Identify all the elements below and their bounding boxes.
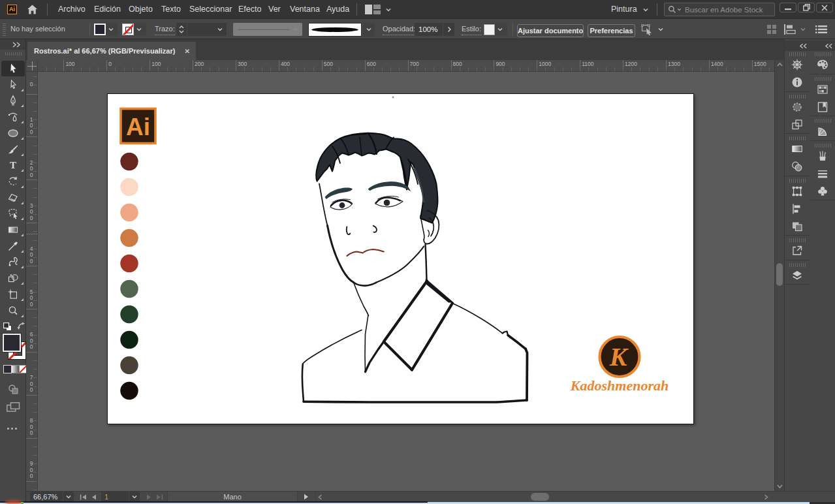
vertical-scrollbar-thumb[interactable]: [776, 263, 783, 286]
panel-group-grip[interactable]: [785, 263, 810, 267]
tool-shape-builder[interactable]: [1, 270, 25, 286]
horizontal-ruler[interactable]: 1000100200300400500600700800900100011001…: [38, 60, 774, 72]
tool-selection[interactable]: [1, 61, 25, 76]
menu-archivo[interactable]: Archivo: [58, 0, 86, 19]
menu-ver[interactable]: Ver: [268, 0, 281, 19]
panel-align[interactable]: [785, 202, 810, 216]
prev-artboard-icon[interactable]: [91, 494, 97, 500]
tool-zoom[interactable]: [1, 303, 25, 319]
menu-seleccionar[interactable]: Seleccionar: [189, 0, 232, 19]
stroke-panel-link[interactable]: Trazo:: [155, 24, 175, 35]
stepper-up-icon[interactable]: [178, 25, 185, 29]
collapse-dock-icon[interactable]: [799, 43, 808, 49]
stroke-width-stepper[interactable]: [176, 23, 187, 36]
panel-stroke[interactable]: [810, 166, 835, 181]
zoom-dropdown[interactable]: [63, 492, 74, 502]
ruler-origin-corner[interactable]: [26, 60, 38, 72]
panel-symbols[interactable]: [810, 184, 835, 198]
stroke-color-swatch[interactable]: [122, 24, 134, 35]
panel-group-grip[interactable]: [810, 52, 835, 56]
color-mode-fill[interactable]: [3, 365, 12, 373]
tool-type[interactable]: [1, 157, 25, 173]
panel-info[interactable]: [785, 75, 810, 89]
panel-group-grip[interactable]: [810, 119, 835, 123]
canvas-area[interactable]: Ai: [38, 72, 774, 491]
snap-options-icon[interactable]: [783, 24, 797, 35]
panel-export[interactable]: [785, 244, 810, 258]
tool-eraser[interactable]: [1, 190, 25, 206]
width-profile-combo[interactable]: [233, 23, 302, 36]
vertical-scrollbar[interactable]: [774, 60, 784, 491]
tool-paintbrush[interactable]: [1, 142, 25, 157]
menu-ayuda[interactable]: Ayuda: [326, 0, 349, 19]
menu-efecto[interactable]: Efecto: [238, 0, 261, 19]
panel-library[interactable]: [810, 100, 835, 114]
isolate-chevron-icon[interactable]: [657, 26, 665, 33]
panel-dashed-circle[interactable]: [785, 100, 810, 114]
close-button[interactable]: [816, 3, 833, 12]
status-menu-cell[interactable]: [297, 492, 316, 502]
vertical-ruler[interactable]: 0100200300400500600700800900: [26, 72, 38, 491]
panel-group-grip[interactable]: [785, 179, 810, 183]
controlbar-grip[interactable]: [3, 24, 6, 36]
menu-objeto[interactable]: Objeto: [129, 0, 153, 19]
tool-shaper[interactable]: [1, 206, 25, 221]
expand-panel-icon[interactable]: [12, 42, 22, 48]
panel-brushes[interactable]: [810, 149, 835, 163]
panel-group-grip[interactable]: [785, 238, 810, 242]
snap-options-chevron-icon[interactable]: [799, 26, 807, 33]
panel-transparency[interactable]: [785, 159, 810, 174]
stepper-down-icon[interactable]: [178, 29, 185, 34]
graphic-style-chevron-icon[interactable]: [496, 26, 504, 33]
document-tab[interactable]: Rostros.ai* al 66,67% (RGB/Previsualizar…: [27, 42, 196, 60]
first-artboard-icon[interactable]: [80, 494, 87, 500]
screen-mode-icon[interactable]: [7, 402, 20, 413]
minimize-button[interactable]: [780, 3, 796, 12]
panel-color-guide[interactable]: [810, 124, 835, 138]
panel-group-grip[interactable]: [810, 144, 835, 148]
edit-toolbar-icon[interactable]: [7, 428, 17, 430]
tool-curvature[interactable]: [1, 109, 25, 125]
style-panel-link[interactable]: Estilo:: [462, 24, 481, 35]
tool-blend[interactable]: [1, 254, 25, 270]
swap-fill-stroke-icon[interactable]: [17, 322, 25, 330]
artboard-number-field[interactable]: 1: [101, 492, 129, 502]
fill-swatch-indicator[interactable]: [3, 334, 21, 352]
panel-navigator[interactable]: [785, 57, 810, 72]
fill-color-combo[interactable]: [93, 23, 118, 36]
horizontal-scrollbar[interactable]: [316, 492, 774, 502]
tool-rotate[interactable]: [1, 174, 25, 189]
isolate-selected-icon[interactable]: [641, 24, 654, 35]
workspace-switcher-chevron-icon[interactable]: [385, 7, 392, 13]
opacity-input[interactable]: 100%: [415, 23, 443, 36]
fill-color-swatch[interactable]: [94, 24, 106, 35]
zoom-field[interactable]: 66,67%: [30, 492, 63, 502]
panel-layers[interactable]: [785, 268, 810, 283]
panel-overlap-squares[interactable]: [785, 118, 810, 132]
workspace-menu[interactable]: Pintura: [611, 0, 637, 19]
tool-ellipse[interactable]: [1, 125, 25, 141]
status-tool-cell[interactable]: Mano: [167, 492, 298, 502]
panel-swatches[interactable]: [810, 82, 835, 97]
hscroll-right-icon[interactable]: [764, 494, 768, 500]
default-fill-stroke-icon[interactable]: [3, 323, 12, 331]
width-profile-chevron-icon[interactable]: [292, 26, 300, 33]
panel-color[interactable]: [810, 57, 835, 72]
horizontal-scrollbar-thumb[interactable]: [531, 493, 549, 501]
workspace-switcher-icon[interactable]: [364, 4, 381, 15]
tab-close-icon[interactable]: ✕: [184, 48, 189, 55]
search-scope-chevron-icon[interactable]: [676, 7, 682, 12]
panel-gradient[interactable]: [785, 142, 810, 156]
brush-chevron-cell[interactable]: [363, 23, 375, 37]
tool-gradient[interactable]: [1, 222, 25, 238]
tool-direct-selection[interactable]: [1, 77, 25, 93]
restore-button[interactable]: [798, 3, 815, 12]
tools-panel-grip[interactable]: [5, 52, 22, 55]
tools-panel-header[interactable]: [0, 39, 25, 50]
menu-texto[interactable]: Texto: [161, 0, 181, 19]
graphic-style-swatch[interactable]: [484, 24, 495, 35]
scroll-down-icon[interactable]: [777, 484, 783, 489]
opacity-panel-link[interactable]: Opacidad:: [383, 24, 415, 35]
artboard[interactable]: Ai: [107, 93, 694, 424]
menu-ventana[interactable]: Ventana: [290, 0, 320, 19]
